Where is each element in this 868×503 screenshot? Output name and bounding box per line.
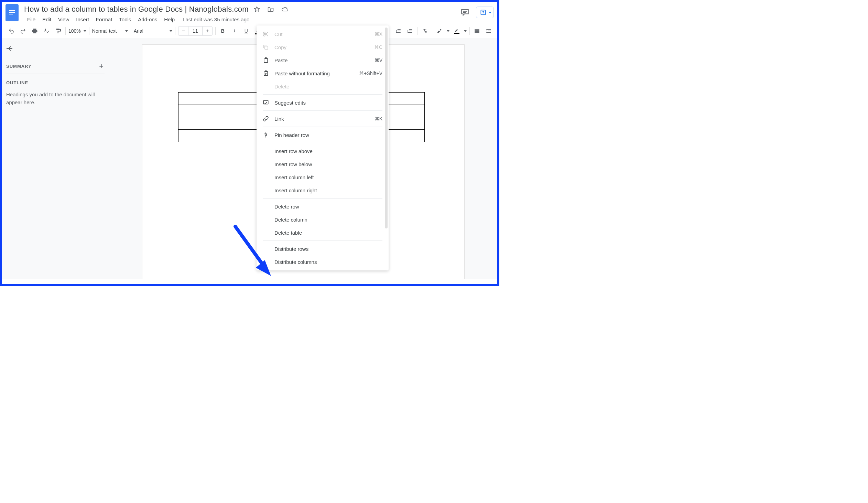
ctx-del-table[interactable]: Delete table	[257, 226, 389, 239]
collapse-outline-button[interactable]	[6, 44, 15, 54]
underline-button[interactable]: U	[242, 27, 251, 35]
ctx-label: Delete table	[275, 230, 382, 236]
font-select[interactable]: Arial	[131, 24, 175, 38]
ctx-label: Delete	[275, 84, 382, 90]
ctx-dist-rows[interactable]: Distribute rows	[257, 242, 389, 255]
ctx-cut: Cut⌘X	[257, 28, 389, 41]
ctx-label: Insert column left	[275, 174, 382, 180]
ctx-col-right[interactable]: Insert column right	[257, 184, 389, 197]
doc-title[interactable]: How to add a column to tables in Google …	[24, 5, 249, 14]
chevron-down-icon	[447, 30, 450, 32]
ctx-shortcut: ⌘V	[374, 58, 382, 63]
star-icon[interactable]	[254, 6, 260, 13]
ctx-paste[interactable]: Paste⌘V	[257, 54, 389, 67]
svg-rect-0	[9, 10, 15, 11]
context-menu: Cut⌘XCopy⌘CPaste⌘VPaste without formatti…	[257, 25, 389, 270]
context-menu-scrollbar[interactable]	[385, 28, 388, 228]
menu-view[interactable]: View	[55, 15, 72, 24]
menu-file[interactable]: File	[24, 15, 39, 24]
ctx-paste-nofmt[interactable]: Paste without formatting⌘+Shift+V	[257, 67, 389, 80]
ctx-del-row[interactable]: Delete row	[257, 200, 389, 213]
paste-nofmt-icon	[263, 70, 269, 76]
ctx-pin-header[interactable]: Pin header row	[257, 128, 389, 141]
ctx-link[interactable]: Link⌘K	[257, 112, 389, 125]
ctx-col-left[interactable]: Insert column left	[257, 171, 389, 184]
chevron-down-icon	[489, 12, 492, 13]
ctx-suggest[interactable]: Suggest edits	[257, 96, 389, 109]
menu-help[interactable]: Help	[161, 15, 178, 24]
print-button[interactable]	[30, 27, 39, 35]
suggest-icon	[263, 100, 269, 106]
ctx-label: Copy	[275, 44, 369, 50]
ctx-label: Delete column	[275, 217, 382, 223]
menu-separator	[263, 94, 382, 95]
ctx-label: Distribute rows	[275, 246, 382, 252]
zoom-select[interactable]: 100%	[66, 24, 89, 38]
menu-tools[interactable]: Tools	[116, 15, 134, 24]
title-area: How to add a column to tables in Google …	[24, 4, 459, 24]
docs-logo[interactable]	[6, 4, 19, 21]
menu-separator	[263, 111, 382, 111]
clear-formatting-button[interactable]	[420, 27, 429, 35]
svg-rect-2	[9, 14, 13, 14]
chevron-down-icon	[464, 30, 467, 32]
move-icon[interactable]	[267, 6, 274, 13]
copy-icon	[263, 44, 269, 50]
menu-separator	[263, 240, 382, 241]
font-size-value[interactable]: 11	[188, 26, 202, 36]
table-cell[interactable]	[178, 93, 260, 105]
outline-label: OUTLINE	[6, 80, 104, 85]
chevron-down-icon	[84, 30, 86, 32]
svg-rect-6	[265, 46, 268, 49]
ctx-row-above[interactable]: Insert row above	[257, 144, 389, 157]
table-cell[interactable]	[178, 130, 260, 142]
ctx-label: Cut	[275, 31, 369, 37]
undo-button[interactable]	[7, 27, 16, 35]
ctx-label: Distribute columns	[275, 259, 382, 265]
paragraph-style-select[interactable]: Normal text	[90, 24, 131, 38]
share-button[interactable]	[476, 7, 494, 18]
redo-button[interactable]	[19, 27, 28, 35]
font-size-increase[interactable]: +	[202, 26, 213, 36]
menu-addons[interactable]: Add-ons	[135, 15, 160, 24]
table-cell[interactable]	[178, 105, 260, 117]
paint-format-button[interactable]	[54, 27, 63, 35]
menu-edit[interactable]: Edit	[39, 15, 54, 24]
indent-button[interactable]	[405, 27, 414, 35]
ctx-row-below[interactable]: Insert row below	[257, 157, 389, 171]
ctx-shortcut: ⌘K	[374, 116, 382, 122]
ctx-label: Paste	[275, 58, 369, 63]
toolbar: 100% Normal text Arial − 11 + B I U A	[2, 24, 497, 38]
cut-icon	[263, 31, 269, 37]
last-edit[interactable]: Last edit was 35 minutes ago	[183, 17, 249, 22]
outdent-button[interactable]	[394, 27, 403, 35]
ctx-label: Suggest edits	[275, 100, 382, 106]
workspace: SUMMARY + OUTLINE Headings you add to th…	[2, 38, 497, 279]
ctx-delete: Delete	[257, 80, 389, 93]
ctx-del-col[interactable]: Delete column	[257, 213, 389, 226]
menu-format[interactable]: Format	[93, 15, 115, 24]
spellcheck-button[interactable]	[42, 27, 51, 35]
cloud-icon[interactable]	[281, 6, 289, 13]
ctx-dist-cols[interactable]: Distribute columns	[257, 255, 389, 268]
table-cell[interactable]	[178, 117, 260, 130]
bold-button[interactable]: B	[218, 27, 227, 35]
menu-separator	[263, 126, 382, 127]
highlight-button[interactable]	[435, 27, 444, 35]
font-size-decrease[interactable]: −	[178, 26, 188, 36]
ctx-shortcut: ⌘X	[374, 31, 382, 37]
chevron-down-icon	[125, 30, 128, 32]
outline-sidebar: SUMMARY + OUTLINE Headings you add to th…	[2, 38, 109, 279]
editing-mode-button[interactable]	[484, 27, 493, 35]
compact-button[interactable]	[473, 27, 482, 35]
ctx-copy: Copy⌘C	[257, 41, 389, 54]
show-comments-button[interactable]	[459, 6, 471, 19]
font-value: Arial	[134, 28, 143, 34]
ctx-shortcut: ⌘+Shift+V	[359, 71, 382, 76]
ctx-label: Insert row below	[275, 161, 382, 167]
italic-button[interactable]: I	[230, 27, 239, 35]
ctx-shortcut: ⌘C	[374, 44, 382, 50]
menu-insert[interactable]: Insert	[73, 15, 92, 24]
chevron-down-icon	[169, 30, 172, 32]
pen-color-button[interactable]	[452, 27, 461, 35]
